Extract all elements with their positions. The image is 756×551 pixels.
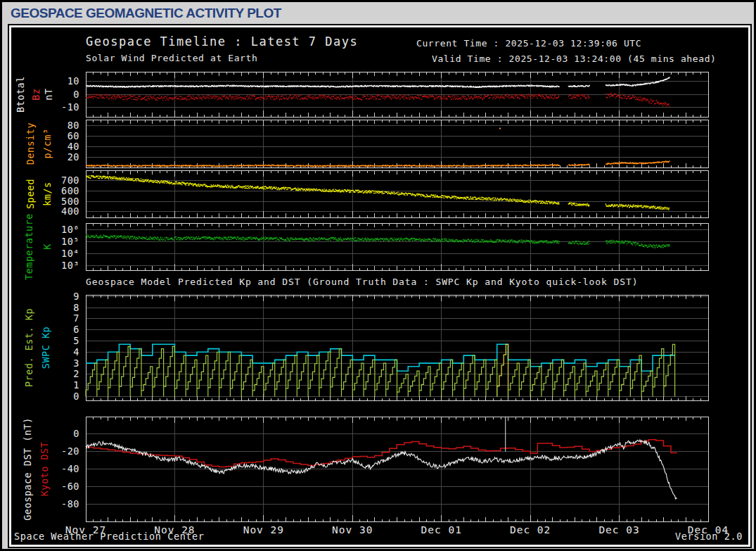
ytick-label-speed: 500	[61, 196, 79, 207]
ytick-label-kp: 2	[73, 368, 79, 379]
ytick-label-imf: -10	[61, 101, 79, 113]
ytick-label-dst: -80	[61, 498, 79, 509]
ytick-label-dst: -60	[61, 481, 79, 492]
ytick-label-kp: 6	[73, 324, 79, 335]
axis-label-imf: Btotal	[15, 76, 26, 113]
panel-imf: 100-10BtotalBznT	[15, 72, 708, 117]
ytick-label-temp: 10⁶	[61, 224, 79, 235]
panel-density-ticks	[94, 120, 701, 167]
ytick-label-kp: 4	[73, 346, 79, 357]
series-bz	[86, 94, 669, 107]
ytick-label-speed: 400	[61, 205, 79, 217]
x-axis-label: Dec 01	[421, 524, 462, 536]
x-axis-label: Dec 02	[510, 524, 551, 536]
ytick-label-temp: 10⁴	[61, 248, 79, 259]
ytick-label-dst: -40	[61, 463, 79, 474]
ytick-label-temp: 10³	[61, 260, 79, 271]
axis-label-imf: nT	[43, 88, 54, 100]
ytick-label-kp: 9	[73, 291, 79, 302]
series-temperature-log10-k-	[86, 234, 670, 248]
panel-temp-border	[86, 223, 708, 270]
ytick-label-speed: 600	[61, 185, 79, 196]
page: { "page": { "title": "GEOSPACE GEOMAGNET…	[0, 0, 756, 551]
panel-kp: 9876543210Pred. Est. KpSWPC Kp	[23, 291, 708, 402]
axis-label-speed: km/s	[41, 182, 53, 206]
ytick-label-density: 80	[68, 120, 79, 131]
valid-time: Valid Time : 2025-12-03 13:24:00 (45 min…	[432, 53, 716, 64]
axis-label-speed: Speed	[25, 179, 36, 209]
axis-label-temp: K	[41, 243, 53, 250]
plot-frame: 100-10BtotalBznT80604020Densityp/cm³7006…	[8, 24, 752, 548]
axis-label-temp: Temperature	[23, 213, 34, 280]
ytick-label-kp: 7	[73, 312, 79, 324]
kp-dst-section-title: Geospace Model Predicted Kp and DST (Gro…	[86, 277, 638, 287]
series-swpc-kp	[86, 344, 675, 371]
panel-speed-border	[86, 170, 708, 217]
axis-label-dst: Geospace DST (nT)	[22, 417, 33, 521]
axis-label-density: Density	[25, 122, 36, 165]
ytick-label-dst: 0	[73, 428, 79, 439]
series-btotal	[86, 77, 670, 87]
ytick-label-kp: 8	[73, 302, 79, 313]
axis-label-kp: Pred. Est. Kp	[23, 308, 34, 387]
page-title: GEOSPACE GEOMAGNETIC ACTIVITY PLOT	[11, 6, 281, 21]
panel-density: 80604020Densityp/cm³	[25, 120, 708, 167]
axis-label-imf: Bz	[30, 88, 41, 100]
version-label: Version 2.0	[675, 531, 743, 542]
ytick-label-kp: 0	[73, 391, 79, 402]
current-time: Current Time : 2025-12-03 12:39:06 UTC	[416, 38, 641, 49]
panel-temp-ticks	[94, 223, 701, 270]
ytick-label-kp: 1	[73, 379, 79, 391]
ytick-label-density: 40	[68, 141, 79, 152]
x-axis-label: Dec 03	[598, 524, 639, 536]
ytick-label-dst: -20	[61, 445, 79, 457]
ytick-label-kp: 3	[73, 357, 79, 369]
panel-dst: 0-20-40-60-80Geospace DST (nT)Kyoto DST	[22, 417, 708, 521]
panel-speed: 700600500400Speedkm/s	[25, 170, 708, 217]
x-axis-label: Nov 30	[332, 524, 373, 536]
x-axis-label: Nov 29	[243, 524, 284, 536]
ytick-label-imf: 10	[68, 75, 79, 87]
axis-label-density: p/cm³	[41, 128, 53, 158]
ytick-label-temp: 10⁵	[61, 236, 79, 247]
ytick-label-density: 20	[68, 151, 79, 163]
source-credit: Space Weather Prediction Center	[14, 531, 205, 542]
ytick-label-imf: 0	[73, 89, 79, 100]
axis-label-kp: SWPC Kp	[40, 327, 51, 369]
panel-temp: 10⁶10⁵10⁴10³TemperatureK	[23, 213, 708, 280]
panel-density-border	[86, 120, 708, 167]
geospace-plot: 100-10BtotalBznT80604020Densityp/cm³7006…	[11, 27, 748, 545]
plot-title: Geospace Timeline : Latest 7 Days	[86, 34, 358, 49]
ytick-label-speed: 700	[61, 175, 79, 186]
ytick-label-kp: 5	[73, 335, 79, 346]
axis-label-dst: Kyoto DST	[39, 442, 50, 497]
solar-wind-subtitle: Solar Wind Predicted at Earth	[86, 53, 257, 63]
panel-speed-ticks	[94, 170, 701, 217]
ytick-label-density: 60	[68, 130, 79, 141]
